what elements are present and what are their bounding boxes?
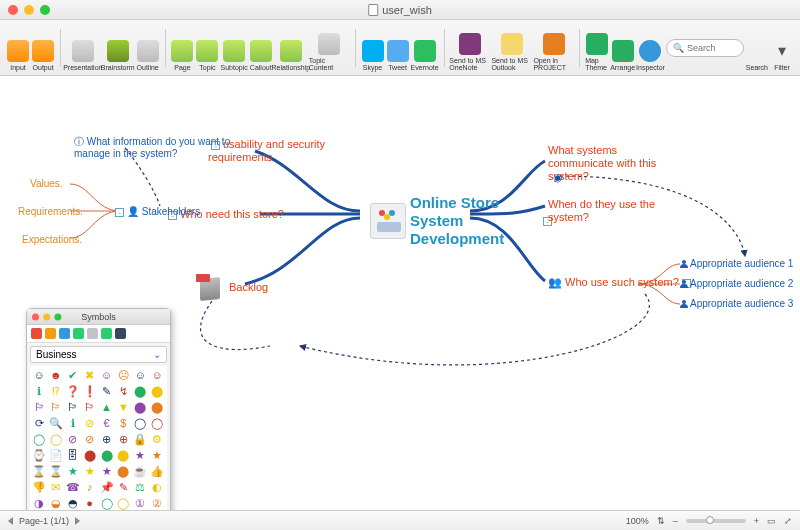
symbol-item[interactable]: ⬤ [100, 448, 114, 462]
symbol-item[interactable]: ☺ [133, 368, 147, 382]
symbol-item[interactable]: 👎 [32, 480, 46, 494]
toolbar-topic-button[interactable]: Topic [195, 23, 219, 73]
toolbar-inspector-button[interactable]: Inspector [636, 23, 665, 73]
symbol-item[interactable]: ◐ [150, 480, 164, 494]
symbol-item[interactable]: ⊘ [83, 432, 97, 446]
zoom-icon[interactable] [40, 5, 50, 15]
toolbar-input-button[interactable]: Input [6, 23, 30, 73]
symbol-item[interactable]: ▼ [116, 400, 130, 414]
symbol-item[interactable]: 👍 [150, 464, 164, 478]
audience-3[interactable]: Appropriate audience 3 [680, 298, 793, 310]
topic-when-use[interactable]: When do they use the system? [548, 198, 668, 224]
symbol-item[interactable]: ☹ [116, 368, 130, 382]
symbol-item[interactable]: 📌 [100, 480, 114, 494]
info-question[interactable]: ⓘ What information do you want to manage… [74, 136, 234, 160]
symbol-item[interactable]: ❓ [66, 384, 80, 398]
symbol-item[interactable]: ℹ [66, 416, 80, 430]
next-page-button[interactable] [75, 517, 80, 525]
close-icon[interactable] [8, 5, 18, 15]
toolbar-onenote-button[interactable]: Send to MS OneNote [449, 23, 490, 73]
symbol-tab-icon[interactable] [87, 328, 98, 339]
symbol-item[interactable]: ☎ [66, 480, 80, 494]
toolbar-outlook-button[interactable]: Send to MS Outlook [491, 23, 532, 73]
symbol-item[interactable]: ⊕ [116, 432, 130, 446]
symbol-item[interactable]: ★ [133, 448, 147, 462]
symbol-item[interactable]: ☻ [49, 368, 63, 382]
symbol-item[interactable]: ⚙ [150, 432, 164, 446]
minimize-icon[interactable] [24, 5, 34, 15]
prev-page-button[interactable] [8, 517, 13, 525]
topic-what-systems[interactable]: What systems communicate with this syste… [548, 144, 678, 184]
symbol-item[interactable]: 📄 [49, 448, 63, 462]
toolbar-topic-content-button[interactable]: Topic Content [309, 23, 350, 73]
zoom-out-button[interactable]: – [673, 516, 678, 526]
toolbar-output-button[interactable]: Output [31, 23, 55, 73]
symbol-item[interactable]: ▲ [100, 400, 114, 414]
symbol-tab-icon[interactable] [59, 328, 70, 339]
toolbar-subtopic-button[interactable]: Subtopic [220, 23, 247, 73]
symbol-item[interactable]: ⟳ [32, 416, 46, 430]
symbol-item[interactable]: ⬤ [83, 448, 97, 462]
symbol-item[interactable]: ⬤ [150, 384, 164, 398]
symbol-item[interactable]: ◯ [150, 416, 164, 430]
symbol-item[interactable]: 🏳 [83, 400, 97, 414]
symbol-item[interactable]: ⬤ [116, 448, 130, 462]
symbol-tab-icon[interactable] [45, 328, 56, 339]
zoom-in-button[interactable]: + [754, 516, 759, 526]
symbol-item[interactable]: ✎ [116, 480, 130, 494]
symbol-item[interactable]: ☕ [133, 464, 147, 478]
audience-2[interactable]: Appropriate audience 2 [680, 278, 793, 290]
symbol-item[interactable]: 🔒 [133, 432, 147, 446]
symbol-item[interactable]: ★ [150, 448, 164, 462]
symbol-item[interactable]: ◓ [66, 496, 80, 510]
toolbar-evernote-button[interactable]: Evernote [411, 23, 439, 73]
symbol-item[interactable]: ☺ [150, 368, 164, 382]
fit-view-icon[interactable]: ▭ [767, 516, 776, 526]
symbol-item[interactable]: ✖ [83, 368, 97, 382]
symbol-item[interactable]: ⌛ [32, 464, 46, 478]
toolbar-page-button[interactable]: Page [170, 23, 194, 73]
toolbar-relationship-button[interactable]: Relationship [274, 23, 308, 73]
symbol-item[interactable]: ◯ [100, 496, 114, 510]
toolbar-tweet-button[interactable]: Tweet [386, 23, 410, 73]
stakeholder-expectations[interactable]: Expectations. [22, 234, 82, 246]
symbol-item[interactable]: ⌛ [49, 464, 63, 478]
symbol-item[interactable]: ⌚ [32, 448, 46, 462]
toolbar-brainstorm-button[interactable]: Brainstorm [101, 23, 135, 73]
symbol-item[interactable]: ✉ [49, 480, 63, 494]
search-box[interactable]: 🔍 [666, 39, 744, 57]
symbols-panel-toolbar[interactable] [27, 325, 170, 343]
symbol-item[interactable]: ◯ [32, 432, 46, 446]
toolbar-open-project-button[interactable]: Open in PROJECT [533, 23, 574, 73]
symbol-item[interactable]: ◯ [49, 432, 63, 446]
toolbar-skype-button[interactable]: Skype [361, 23, 385, 73]
stakeholders[interactable]: -👤 Stakeholders [112, 206, 200, 218]
symbol-item[interactable]: ✎ [100, 384, 114, 398]
central-topic[interactable]: Online Store System Development - [370, 194, 555, 248]
symbol-item[interactable]: $ [116, 416, 130, 430]
symbol-item[interactable]: 🗄 [66, 448, 80, 462]
symbol-item[interactable]: ① [133, 496, 147, 510]
symbol-item[interactable]: ⚖ [133, 480, 147, 494]
symbol-item[interactable]: 🏳 [49, 400, 63, 414]
toolbar-presentation-button[interactable]: Presentation [66, 23, 100, 73]
window-controls[interactable] [8, 5, 50, 15]
symbol-item[interactable]: ↯ [116, 384, 130, 398]
symbol-item[interactable]: ◯ [133, 416, 147, 430]
symbol-item[interactable]: 🔍 [49, 416, 63, 430]
symbol-item[interactable]: ♪ [83, 480, 97, 494]
symbols-panel-header[interactable]: Symbols [27, 309, 170, 325]
topic-who-use[interactable]: 👥 Who use such system?- [548, 276, 694, 289]
expand-toggle[interactable]: - [115, 208, 124, 217]
symbol-tab-icon[interactable] [73, 328, 84, 339]
toolbar-callout-button[interactable]: Callout [249, 23, 273, 73]
symbol-item[interactable]: ⬤ [133, 384, 147, 398]
topic-backlog[interactable]: Backlog [196, 274, 268, 302]
symbol-item[interactable]: ⊘ [83, 416, 97, 430]
symbol-item[interactable]: ❗ [83, 384, 97, 398]
symbol-item[interactable]: 🏳 [66, 400, 80, 414]
symbol-item[interactable]: ✔ [66, 368, 80, 382]
fullscreen-icon[interactable]: ⤢ [784, 516, 792, 526]
symbol-item[interactable]: € [100, 416, 114, 430]
symbol-tab-icon[interactable] [31, 328, 42, 339]
